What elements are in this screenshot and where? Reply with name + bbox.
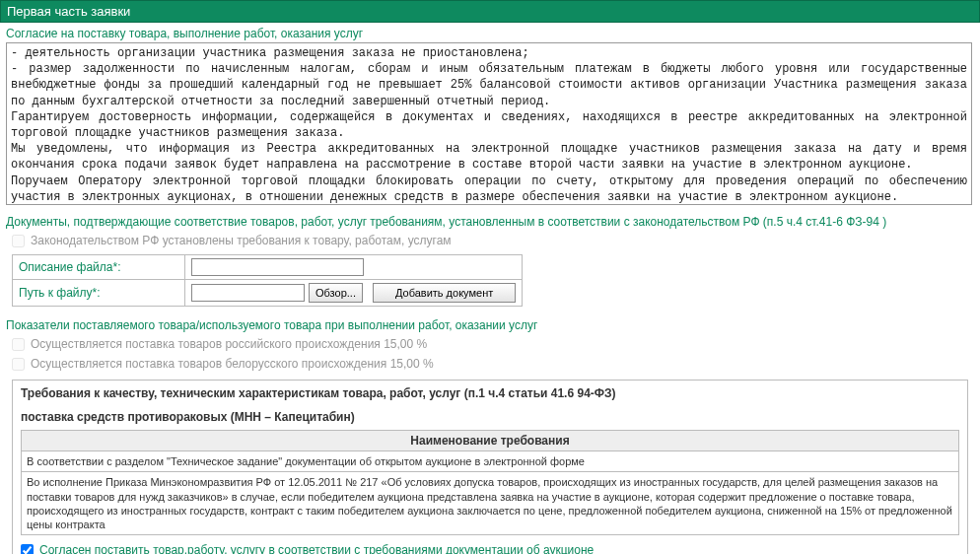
add-document-button[interactable]: Добавить документ bbox=[373, 283, 516, 303]
law-requirements-check-row: Законодательством РФ установлены требова… bbox=[0, 231, 980, 250]
requirements-column-header: Наименование требования bbox=[22, 431, 959, 451]
file-path-label: Путь к файлу*: bbox=[13, 280, 185, 307]
browse-button[interactable]: Обзор... bbox=[309, 283, 363, 303]
requirement-cell: В соответствии с разделом "Техническое з… bbox=[22, 451, 959, 472]
agree-row[interactable]: Согласен поставить товар,работу, услугу … bbox=[21, 543, 959, 554]
belarus-origin-label: Осуществляется поставка товаров белорусс… bbox=[31, 357, 434, 371]
russian-origin-checkbox bbox=[12, 338, 25, 351]
indicators-section-title: Показатели поставляемого товара/использу… bbox=[0, 314, 980, 334]
law-requirements-label: Законодательством РФ установлены требова… bbox=[31, 234, 452, 247]
requirements-panel: Требования к качеству, техническим харак… bbox=[12, 380, 968, 554]
agree-label: Согласен поставить товар,работу, услугу … bbox=[39, 543, 594, 554]
requirement-cell: Во исполнение Приказа Минэкономразвития … bbox=[22, 472, 959, 535]
documents-section-title: Документы, подтверждающие соответствие т… bbox=[0, 211, 980, 231]
belarus-origin-row: Осуществляется поставка товаров белорусс… bbox=[0, 354, 980, 374]
file-path-display[interactable] bbox=[191, 284, 305, 302]
belarus-origin-checkbox bbox=[12, 358, 25, 371]
table-row: В соответствии с разделом "Техническое з… bbox=[22, 451, 959, 472]
russian-origin-label: Осуществляется поставка товаров российск… bbox=[31, 337, 427, 351]
file-desc-input[interactable] bbox=[191, 258, 364, 276]
file-desc-label: Описание файла*: bbox=[13, 255, 185, 280]
agree-checkbox[interactable] bbox=[21, 544, 34, 554]
panel-header: Первая часть заявки bbox=[0, 0, 980, 23]
table-row: Во исполнение Приказа Минэкономразвития … bbox=[22, 472, 959, 535]
russian-origin-row: Осуществляется поставка товаров российск… bbox=[0, 334, 980, 354]
consent-textarea[interactable]: - деятельность организации участника раз… bbox=[6, 42, 972, 205]
law-requirements-checkbox bbox=[12, 235, 25, 247]
consent-section-title: Согласие на поставку товара, выполнение … bbox=[0, 23, 980, 42]
table-row: Описание файла*: bbox=[13, 255, 523, 280]
file-upload-table: Описание файла*: Путь к файлу*: Обзор...… bbox=[12, 254, 523, 307]
requirements-heading: Требования к качеству, техническим харак… bbox=[21, 386, 959, 400]
requirements-subheading: поставка средств противораковых (МНН – К… bbox=[21, 410, 959, 424]
requirements-table: Наименование требования В соответствии с… bbox=[21, 430, 959, 535]
table-row: Путь к файлу*: Обзор... Добавить докумен… bbox=[13, 280, 523, 307]
